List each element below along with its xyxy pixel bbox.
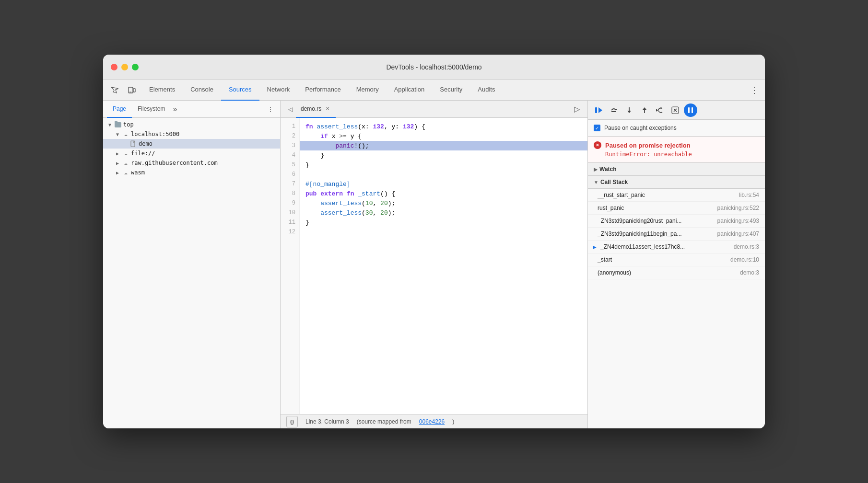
source-map-link[interactable]: 006e4226 bbox=[419, 418, 445, 425]
code-editor[interactable]: 1 2 3 4 5 6 7 8 9 10 11 12 fn assert_les… bbox=[281, 118, 587, 414]
tree-item-file[interactable]: ▶ ☁ file:// bbox=[103, 149, 280, 158]
svg-marker-10 bbox=[627, 111, 631, 113]
tree-arrow-localhost: ▼ bbox=[115, 132, 120, 137]
editor-tab-filename: demo.rs bbox=[301, 105, 321, 112]
line-num-9: 9 bbox=[281, 198, 299, 208]
line-num-7: 7 bbox=[281, 179, 299, 189]
maximize-button[interactable] bbox=[132, 64, 139, 70]
active-frame-arrow-icon: ▶ bbox=[593, 244, 597, 250]
svg-rect-2 bbox=[133, 89, 135, 92]
callstack-fn-1: rust_panic bbox=[598, 205, 714, 211]
file-icon-demo bbox=[130, 140, 137, 147]
tree-item-raw[interactable]: ▶ ☁ raw.githubusercontent.com bbox=[103, 158, 280, 168]
minimize-button[interactable] bbox=[121, 64, 128, 70]
folder-icon bbox=[115, 121, 121, 128]
tree-item-top[interactable]: ▼ top bbox=[103, 120, 280, 129]
svg-rect-16 bbox=[688, 107, 690, 113]
close-button[interactable] bbox=[111, 64, 117, 70]
more-tabs-icon[interactable]: ⋮ bbox=[748, 83, 761, 97]
tab-elements[interactable]: Elements bbox=[141, 80, 183, 101]
callstack-item-3[interactable]: _ZN3std9panicking11begin_pa... panicking… bbox=[588, 228, 765, 241]
pause-exceptions-row: Pause on caught exceptions bbox=[588, 120, 765, 137]
tab-console[interactable]: Console bbox=[183, 80, 221, 101]
code-line-12 bbox=[300, 227, 587, 237]
tree-arrow-raw: ▶ bbox=[115, 161, 120, 166]
callstack-section-header[interactable]: ▼ Call Stack bbox=[588, 176, 765, 189]
traffic-lights bbox=[111, 64, 139, 70]
tab-performance[interactable]: Performance bbox=[297, 80, 348, 101]
tree-item-localhost[interactable]: ▼ ☁ localhost:5000 bbox=[103, 129, 280, 139]
sidebar-tab-filesystem[interactable]: Filesystem bbox=[132, 101, 171, 118]
watch-label: Watch bbox=[599, 166, 617, 172]
code-line-1: fn assert_less(x: i32, y: i32) { bbox=[300, 122, 587, 131]
resume-button[interactable] bbox=[592, 104, 605, 117]
sidebar-action-more-icon[interactable]: ⋮ bbox=[265, 104, 276, 115]
editor-tab-close-icon[interactable]: ✕ bbox=[324, 105, 331, 112]
editor-tab-demo[interactable]: demo.rs ✕ bbox=[296, 101, 336, 118]
step-into-button[interactable] bbox=[622, 104, 636, 117]
tree-arrow-file: ▶ bbox=[115, 151, 120, 156]
callstack-item-2[interactable]: _ZN3std9panicking20rust_pani... panickin… bbox=[588, 215, 765, 228]
line-numbers: 1 2 3 4 5 6 7 8 9 10 11 12 bbox=[281, 118, 300, 414]
tree-label-top: top bbox=[123, 121, 134, 128]
code-line-9: assert_less(10, 20); bbox=[300, 198, 587, 208]
tab-security[interactable]: Security bbox=[432, 80, 470, 101]
callstack-loc-4: demo.rs:3 bbox=[721, 243, 759, 250]
sidebar-tab-actions: ⋮ bbox=[265, 104, 276, 115]
paused-title-row: Paused on promise rejection bbox=[594, 141, 759, 149]
step-over-button[interactable] bbox=[607, 104, 621, 117]
step-out-button[interactable] bbox=[638, 104, 651, 117]
main-editor-area: ◁ demo.rs ✕ ▷ 1 2 3 4 5 6 7 8 bbox=[281, 101, 587, 428]
tab-memory[interactable]: Memory bbox=[349, 80, 387, 101]
line-num-8: 8 bbox=[281, 189, 299, 198]
tree-item-demo[interactable]: demo bbox=[103, 139, 280, 149]
tree-item-wasm[interactable]: ▶ ☁ wasm bbox=[103, 168, 280, 177]
code-line-8: pub extern fn _start() { bbox=[300, 189, 587, 198]
format-code-button[interactable]: {} bbox=[286, 416, 298, 427]
callstack-fn-5: _start bbox=[598, 256, 717, 263]
tab-sources[interactable]: Sources bbox=[221, 80, 259, 101]
disable-breakpoints-button[interactable] bbox=[669, 104, 682, 117]
sidebar-tab-page[interactable]: Page bbox=[107, 101, 132, 118]
editor-run-icon[interactable]: ▷ bbox=[570, 103, 584, 116]
window-title: DevTools - localhost:5000/demo bbox=[386, 63, 481, 71]
cloud-icon-file: ☁ bbox=[122, 150, 129, 157]
devtools-window: DevTools - localhost:5000/demo Elements … bbox=[103, 55, 765, 428]
code-line-10: assert_less(30, 20); bbox=[300, 208, 587, 218]
callstack-item-5[interactable]: _start demo.rs:10 bbox=[588, 253, 765, 266]
callstack-fn-3: _ZN3std9panicking11begin_pa... bbox=[598, 230, 714, 237]
callstack-label: Call Stack bbox=[600, 179, 628, 185]
tree-label-wasm: wasm bbox=[131, 169, 145, 176]
svg-rect-5 bbox=[595, 107, 597, 113]
line-num-2: 2 bbox=[281, 131, 299, 141]
callstack-item-4[interactable]: ▶ _ZN4demo11assert_less17hc8... demo.rs:… bbox=[588, 241, 765, 253]
line-num-6: 6 bbox=[281, 170, 299, 179]
device-toolbar-icon[interactable] bbox=[124, 82, 140, 98]
cloud-icon-wasm: ☁ bbox=[122, 169, 129, 176]
callstack-loc-0: lib.rs:54 bbox=[721, 192, 759, 198]
devtools-tabbar: Elements Console Sources Network Perform… bbox=[103, 80, 765, 101]
code-lines: fn assert_less(x: i32, y: i32) { if x >=… bbox=[300, 118, 587, 414]
sidebar-tabs: Page Filesystem » ⋮ bbox=[103, 101, 280, 118]
callstack-item-6[interactable]: (anonymous) demo:3 bbox=[588, 266, 765, 279]
callstack-fn-2: _ZN3std9panicking20rust_pani... bbox=[598, 218, 714, 224]
callstack-item-1[interactable]: rust_panic panicking.rs:522 bbox=[588, 202, 765, 215]
tab-application[interactable]: Application bbox=[387, 80, 433, 101]
editor-navigate-back-icon[interactable]: ◁ bbox=[284, 104, 296, 115]
callstack-item-0[interactable]: __rust_start_panic lib.rs:54 bbox=[588, 189, 765, 202]
sidebar-tabs-more-icon[interactable]: » bbox=[173, 105, 177, 114]
tab-audits[interactable]: Audits bbox=[470, 80, 503, 101]
paused-title-text: Paused on promise rejection bbox=[605, 142, 691, 149]
pause-on-exceptions-button[interactable] bbox=[684, 104, 697, 117]
step-back-button[interactable] bbox=[653, 104, 667, 117]
source-map-text: (source mapped from bbox=[357, 418, 411, 425]
code-line-5: } bbox=[300, 160, 587, 170]
inspect-icon[interactable] bbox=[107, 82, 122, 98]
watch-section-header[interactable]: ▶ Watch bbox=[588, 163, 765, 176]
cursor-position: Line 3, Column 3 bbox=[305, 418, 349, 425]
tab-network[interactable]: Network bbox=[259, 80, 298, 101]
tree-label-demo: demo bbox=[139, 140, 152, 147]
pause-exceptions-checkbox[interactable] bbox=[594, 125, 600, 131]
right-panel: Pause on caught exceptions Paused on pro… bbox=[587, 101, 765, 428]
callstack-fn-4: _ZN4demo11assert_less17hc8... bbox=[600, 243, 717, 250]
